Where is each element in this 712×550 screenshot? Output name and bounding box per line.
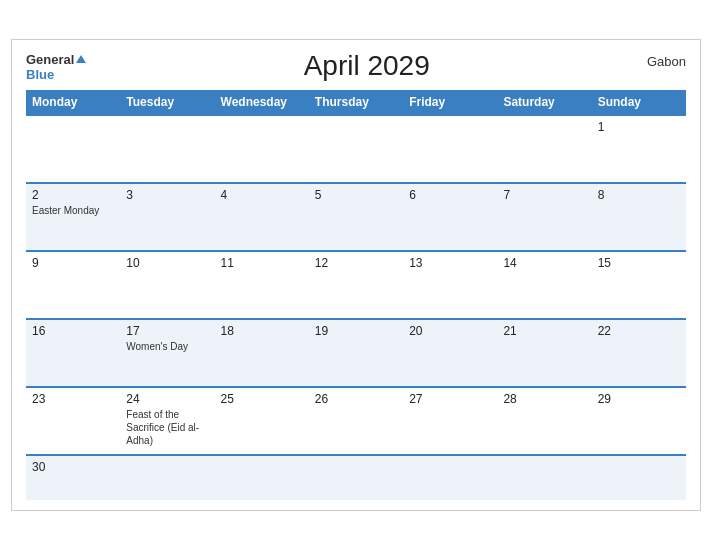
day-number: 21 (503, 324, 585, 338)
logo-general-text: General (26, 50, 86, 68)
day-number: 17 (126, 324, 208, 338)
weekday-header-monday: Monday (26, 90, 120, 115)
calendar-cell: 11 (215, 251, 309, 319)
calendar-cell: 6 (403, 183, 497, 251)
calendar-cell: 21 (497, 319, 591, 387)
weekday-header-friday: Friday (403, 90, 497, 115)
day-number: 5 (315, 188, 397, 202)
calendar-week-row: 2Easter Monday345678 (26, 183, 686, 251)
calendar-header: General Blue April 2029 Gabon (26, 50, 686, 82)
weekday-header-sunday: Sunday (592, 90, 686, 115)
day-number: 6 (409, 188, 491, 202)
calendar-cell: 3 (120, 183, 214, 251)
logo-triangle-icon (76, 55, 86, 63)
day-number: 16 (32, 324, 114, 338)
calendar-cell: 1 (592, 115, 686, 183)
day-number: 25 (221, 392, 303, 406)
day-number: 1 (598, 120, 680, 134)
calendar-cell: 13 (403, 251, 497, 319)
calendar-cell: 2Easter Monday (26, 183, 120, 251)
day-number: 9 (32, 256, 114, 270)
calendar-title: April 2029 (86, 50, 647, 82)
calendar-cell: 22 (592, 319, 686, 387)
calendar-cell: 23 (26, 387, 120, 455)
day-event: Women's Day (126, 340, 208, 353)
calendar-tbody: 12Easter Monday34567891011121314151617Wo… (26, 115, 686, 500)
calendar-cell (215, 115, 309, 183)
day-number: 23 (32, 392, 114, 406)
calendar-cell: 15 (592, 251, 686, 319)
calendar-cell: 29 (592, 387, 686, 455)
calendar-week-row: 9101112131415 (26, 251, 686, 319)
day-number: 18 (221, 324, 303, 338)
calendar-cell (215, 455, 309, 500)
calendar-week-row: 30 (26, 455, 686, 500)
calendar-cell: 19 (309, 319, 403, 387)
day-number: 19 (315, 324, 397, 338)
weekday-header-row: MondayTuesdayWednesdayThursdayFridaySatu… (26, 90, 686, 115)
calendar-cell: 18 (215, 319, 309, 387)
day-number: 26 (315, 392, 397, 406)
day-number: 8 (598, 188, 680, 202)
day-number: 22 (598, 324, 680, 338)
calendar-container: General Blue April 2029 Gabon MondayTues… (11, 39, 701, 511)
calendar-cell (309, 115, 403, 183)
logo: General Blue (26, 50, 86, 82)
calendar-cell: 27 (403, 387, 497, 455)
calendar-cell (26, 115, 120, 183)
calendar-cell: 16 (26, 319, 120, 387)
calendar-cell (592, 455, 686, 500)
calendar-cell: 17Women's Day (120, 319, 214, 387)
calendar-cell: 20 (403, 319, 497, 387)
day-number: 27 (409, 392, 491, 406)
calendar-thead: MondayTuesdayWednesdayThursdayFridaySatu… (26, 90, 686, 115)
day-number: 29 (598, 392, 680, 406)
day-number: 24 (126, 392, 208, 406)
calendar-cell (403, 455, 497, 500)
calendar-cell: 14 (497, 251, 591, 319)
calendar-cell: 26 (309, 387, 403, 455)
calendar-cell: 24Feast of the Sacrifice (Eid al-Adha) (120, 387, 214, 455)
logo-blue-label: Blue (26, 68, 86, 82)
weekday-header-thursday: Thursday (309, 90, 403, 115)
day-event: Easter Monday (32, 204, 114, 217)
day-number: 30 (32, 460, 114, 474)
day-number: 2 (32, 188, 114, 202)
logo-general-label: General (26, 52, 74, 67)
calendar-week-row: 1617Women's Day1819202122 (26, 319, 686, 387)
calendar-cell (497, 455, 591, 500)
calendar-cell: 5 (309, 183, 403, 251)
calendar-cell: 28 (497, 387, 591, 455)
weekday-header-saturday: Saturday (497, 90, 591, 115)
day-number: 28 (503, 392, 585, 406)
weekday-header-tuesday: Tuesday (120, 90, 214, 115)
day-number: 12 (315, 256, 397, 270)
day-number: 10 (126, 256, 208, 270)
calendar-cell: 9 (26, 251, 120, 319)
calendar-cell (497, 115, 591, 183)
calendar-cell: 10 (120, 251, 214, 319)
day-number: 14 (503, 256, 585, 270)
calendar-cell (309, 455, 403, 500)
day-number: 20 (409, 324, 491, 338)
calendar-table: MondayTuesdayWednesdayThursdayFridaySatu… (26, 90, 686, 500)
day-number: 7 (503, 188, 585, 202)
calendar-country: Gabon (647, 50, 686, 69)
day-number: 13 (409, 256, 491, 270)
calendar-cell (403, 115, 497, 183)
day-number: 3 (126, 188, 208, 202)
calendar-cell: 25 (215, 387, 309, 455)
calendar-cell (120, 115, 214, 183)
weekday-header-wednesday: Wednesday (215, 90, 309, 115)
day-number: 15 (598, 256, 680, 270)
calendar-cell: 7 (497, 183, 591, 251)
day-number: 4 (221, 188, 303, 202)
calendar-cell: 4 (215, 183, 309, 251)
day-number: 11 (221, 256, 303, 270)
calendar-week-row: 1 (26, 115, 686, 183)
calendar-week-row: 2324Feast of the Sacrifice (Eid al-Adha)… (26, 387, 686, 455)
day-event: Feast of the Sacrifice (Eid al-Adha) (126, 408, 208, 447)
calendar-cell: 30 (26, 455, 120, 500)
calendar-cell: 12 (309, 251, 403, 319)
calendar-cell (120, 455, 214, 500)
